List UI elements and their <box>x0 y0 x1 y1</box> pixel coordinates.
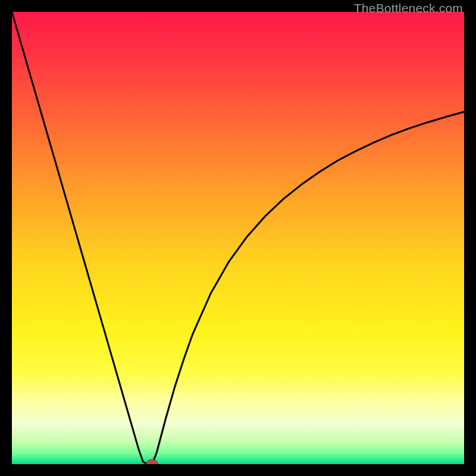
bottleneck-chart <box>12 12 464 464</box>
watermark-text: TheBottleneck.com <box>354 1 463 15</box>
gradient-background <box>12 12 464 464</box>
chart-frame <box>12 12 464 464</box>
